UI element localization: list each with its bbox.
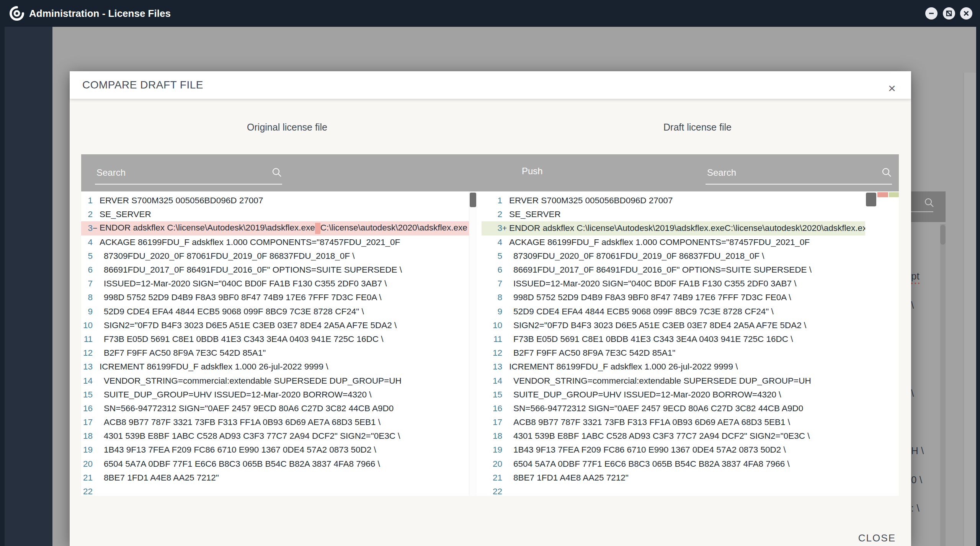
draft-scrollbar-thumb[interactable] xyxy=(866,193,876,206)
line-number: 12 xyxy=(482,348,502,358)
diff-line-7: 7ISSUED=12-Mar-2020 SIGN="040C BD0F FA1B… xyxy=(482,277,865,291)
background-search-underline xyxy=(911,211,933,212)
line-number: 16 xyxy=(81,404,93,414)
line-number: 19 xyxy=(482,445,502,455)
window-frame-right xyxy=(976,0,980,546)
window-close-button[interactable] xyxy=(960,7,972,20)
diff-line-9: 952D9 CDE4 EFA4 4844 ECB5 9068 099F 8BC9… xyxy=(482,305,865,319)
diff-line-13: 13ICREMENT 86199FDU_F adskflex 1.000 26-… xyxy=(81,360,469,374)
diff-line-15: 15SUITE_DUP_GROUP=UHV ISSUED=12-Mar-2020… xyxy=(482,388,865,402)
maximize-icon xyxy=(946,10,952,17)
minimap-deletion-marker xyxy=(877,192,888,197)
line-text: ICREMENT 86199FDU_F adskflex 1.000 26-ju… xyxy=(507,362,738,372)
line-number: 4 xyxy=(81,237,93,247)
window-titlebar: Administration - License Files xyxy=(0,0,980,27)
minimize-button[interactable] xyxy=(925,7,938,20)
diff-line-20: 206504 5A7A 0DBF 77F1 E6C6 B8C3 065B B54… xyxy=(81,457,469,471)
line-text: SIGN2="0F7D B4F3 3023 D6E5 A51E C3EB 03E… xyxy=(97,320,397,330)
diff-line-14: 14VENDOR_STRING=commercial:extendable SU… xyxy=(81,374,469,387)
line-number: 18 xyxy=(482,431,502,441)
background-scrollbar-track xyxy=(940,224,946,546)
modal-close-icon[interactable]: × xyxy=(884,80,900,96)
background-search-box xyxy=(911,191,946,222)
diff-line-12: 12B2F7 F9FF AC50 8F9A 7E3C 542D 85A1" xyxy=(81,346,469,360)
line-text: F73B E05D 5691 C8E1 0BDB 41E3 C343 3E4A … xyxy=(507,334,793,344)
line-number: 21 xyxy=(482,473,502,483)
diff-line-8: 8998D 5752 52D9 D4B9 F8A3 9BF0 8F47 74B9… xyxy=(482,291,865,304)
line-text: 52D9 CDE4 EFA4 4844 ECB5 9068 099F 8BC9 … xyxy=(507,307,774,317)
modal-title: COMPARE DRAFT FILE xyxy=(82,71,203,99)
line-text: ACKAGE 86199FDU_F adskflex 1.000 COMPONE… xyxy=(97,237,400,247)
line-text: 52D9 CDE4 EFA4 4844 ECB5 9068 099F 8BC9 … xyxy=(97,307,364,317)
window-frame-left xyxy=(0,27,5,546)
line-number: 7 xyxy=(81,279,93,289)
window-close-icon xyxy=(963,10,970,17)
line-number: 11 xyxy=(482,334,502,344)
original-scrollbar-track[interactable] xyxy=(469,191,477,496)
line-text: 87309FDU_2020_0F 87061FDU_2019_0F 86837F… xyxy=(507,251,764,261)
diff-line-6: 686691FDU_2017_0F 86491FDU_2016_0F" OPTI… xyxy=(482,263,865,277)
diff-line-21: 218BE7 1FD1 A4E8 AA25 7212" xyxy=(81,471,469,485)
line-number: 10 xyxy=(81,320,93,330)
line-number: 13 xyxy=(482,362,502,372)
diff-line-16: 16SN=566-94772312 SIGN="0AEF 2457 9ECD 8… xyxy=(482,402,865,415)
diff-sign: − xyxy=(93,224,97,233)
line-text: SN=566-94772312 SIGN="0AEF 2457 9ECD 80A… xyxy=(97,404,394,414)
line-number: 22 xyxy=(81,487,93,496)
line-number: 3 xyxy=(482,223,502,233)
line-text: SE_SERVER xyxy=(97,209,151,219)
minimize-icon xyxy=(928,10,935,17)
line-number: 4 xyxy=(482,237,502,247)
close-button[interactable]: CLOSE xyxy=(842,532,896,546)
draft-search-input[interactable] xyxy=(706,165,872,180)
line-text: 8BE7 1FD1 A4E8 AA25 7212" xyxy=(97,473,219,483)
maximize-button[interactable] xyxy=(943,7,955,20)
original-search-input[interactable] xyxy=(96,165,266,180)
background-text-fragment: : \ xyxy=(911,502,920,514)
line-text: 998D 5752 52D9 D4B9 F8A3 9BF0 8F47 74B9 … xyxy=(97,293,381,302)
line-number: 8 xyxy=(482,293,502,302)
push-button[interactable]: Push xyxy=(522,166,543,177)
search-icon[interactable] xyxy=(272,167,282,177)
search-icon[interactable] xyxy=(882,167,892,177)
line-text: B2F7 F9FF AC50 8F9A 7E3C 542D 85A1" xyxy=(97,348,266,358)
diff-line-12: 12B2F7 F9FF AC50 8F9A 7E3C 542D 85A1" xyxy=(482,346,865,360)
sidebar xyxy=(5,27,52,546)
line-number: 14 xyxy=(482,376,502,386)
original-scrollbar-thumb[interactable] xyxy=(470,193,476,207)
line-text: 4301 539B E8BF 1ABC C528 AD93 C3F3 77C7 … xyxy=(507,431,810,441)
background-text-fragment: \ xyxy=(911,299,914,311)
background-text-fragment: \ xyxy=(911,387,914,399)
line-number: 9 xyxy=(81,307,93,317)
background-scrollbar-thumb xyxy=(940,225,946,245)
line-text: ENDOR adskflex C:\license\Autodesk\2019\… xyxy=(97,223,467,234)
line-number: 17 xyxy=(81,417,93,427)
diff-line-5: 587309FDU_2020_0F 87061FDU_2019_0F 86837… xyxy=(81,249,469,263)
line-number: 13 xyxy=(81,362,93,372)
line-text: SE_SERVER xyxy=(507,209,561,219)
line-text: F73B E05D 5691 C8E1 0BDB 41E3 C343 3E4A … xyxy=(97,334,384,344)
diff-line-3: 3−ENDOR adskflex C:\license\Autodesk\201… xyxy=(81,221,469,235)
line-number: 21 xyxy=(81,473,93,483)
diff-line-11: 11F73B E05D 5691 C8E1 0BDB 41E3 C343 3E4… xyxy=(482,332,865,346)
diff-line-17: 17ACB8 9B77 787F 3321 73FB F313 FF1A 0B9… xyxy=(482,415,865,429)
diff-line-5: 587309FDU_2020_0F 87061FDU_2019_0F 86837… xyxy=(482,249,865,263)
line-number: 14 xyxy=(81,376,93,386)
background-text-fragment: pt xyxy=(911,270,920,284)
line-number: 19 xyxy=(81,445,93,455)
line-text: ACB8 9B77 787F 3321 73FB F313 FF1A 0B93 … xyxy=(507,417,790,427)
line-number: 2 xyxy=(81,209,93,219)
line-number: 17 xyxy=(482,417,502,427)
diff-line-6: 686691FDU_2017_0F 86491FDU_2016_0F" OPTI… xyxy=(81,263,469,277)
line-text: VENDOR_STRING=commercial:extendable SUPE… xyxy=(97,376,402,386)
diff-line-20: 206504 5A7A 0DBF 77F1 E6C6 B8C3 065B B54… xyxy=(482,457,865,471)
background-text-fragment: 0 \ xyxy=(911,474,922,486)
line-number: 3 xyxy=(81,223,93,233)
diff-line-1: 1ERVER S700M325 005056BD096D 27007 xyxy=(81,194,469,208)
diff-line-13: 13ICREMENT 86199FDU_F adskflex 1.000 26-… xyxy=(482,360,865,374)
original-file-label: Original license file xyxy=(134,122,440,135)
line-number: 5 xyxy=(482,251,502,261)
diff-line-22: 22 xyxy=(482,485,865,496)
diff-line-19: 191B43 9F13 7FEA F209 FC86 6710 E990 136… xyxy=(81,443,469,457)
diff-line-21: 218BE7 1FD1 A4E8 AA25 7212" xyxy=(482,471,865,485)
